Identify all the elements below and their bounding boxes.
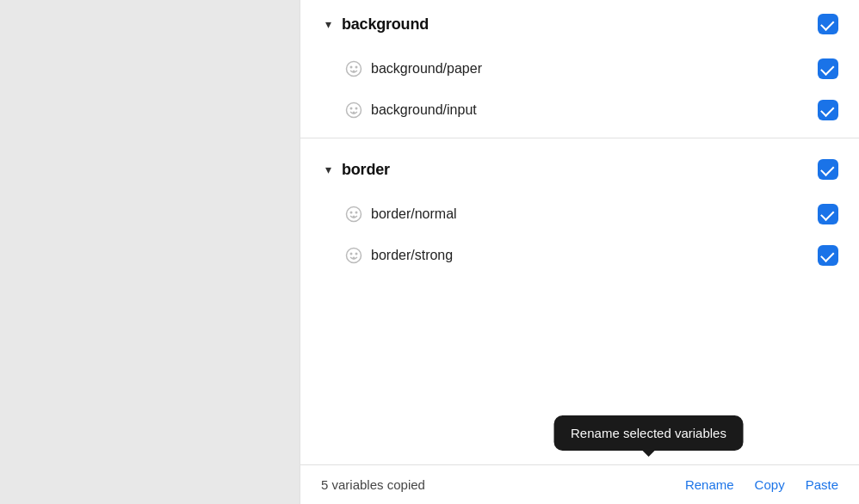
palette-icon [345, 101, 362, 119]
item-background-paper-checkbox[interactable] [818, 58, 838, 79]
group-background: ▾ background background/paper [300, 0, 859, 131]
group-background-header[interactable]: ▾ background [300, 0, 859, 48]
main-panel: ▾ background background/paper [300, 0, 859, 504]
svg-point-2 [355, 66, 358, 69]
svg-point-13 [350, 253, 353, 255]
svg-point-0 [347, 62, 362, 77]
palette-icon-3 [345, 206, 362, 223]
svg-point-10 [355, 212, 358, 214]
svg-point-8 [347, 207, 362, 222]
svg-point-4 [347, 103, 362, 118]
section-divider-1 [300, 138, 859, 138]
group-background-checkbox[interactable] [818, 14, 838, 34]
bottom-bar: Rename selected variables 5 variables co… [300, 464, 859, 504]
item-border-normal[interactable]: border/normal [300, 194, 859, 235]
svg-point-9 [350, 212, 353, 214]
item-background-input[interactable]: background/input [300, 89, 859, 131]
svg-point-14 [355, 253, 358, 255]
item-border-strong-label: border/strong [371, 248, 453, 263]
item-background-input-label: background/input [371, 102, 477, 118]
group-border-title: border [342, 161, 390, 179]
chevron-down-icon: ▾ [321, 17, 335, 31]
rename-button[interactable]: Rename [685, 477, 734, 492]
copy-button[interactable]: Copy [755, 477, 785, 492]
palette-icon [345, 60, 362, 77]
palette-icon-4 [345, 247, 362, 264]
content-area: ▾ background background/paper [300, 0, 859, 464]
item-border-normal-left: border/normal [345, 206, 457, 223]
svg-point-6 [355, 108, 358, 110]
item-border-strong[interactable]: border/strong [300, 235, 859, 276]
group-border-checkbox[interactable] [818, 159, 838, 180]
item-border-normal-label: border/normal [371, 206, 457, 222]
svg-point-12 [347, 249, 362, 263]
bottom-bar-actions: Rename Copy Paste [685, 477, 838, 492]
item-background-paper[interactable]: background/paper [300, 48, 859, 89]
group-background-header-left: ▾ background [321, 15, 429, 34]
paste-button[interactable]: Paste [806, 477, 838, 492]
group-border-header[interactable]: ▾ border [300, 145, 859, 194]
item-background-input-checkbox[interactable] [818, 100, 838, 120]
group-border: ▾ border border/normal [300, 145, 859, 276]
item-background-paper-label: background/paper [371, 61, 482, 77]
group-border-header-left: ▾ border [321, 161, 390, 179]
item-background-paper-left: background/paper [345, 60, 482, 77]
svg-point-5 [350, 108, 353, 110]
left-panel [0, 0, 300, 504]
chevron-down-icon-2: ▾ [321, 163, 335, 176]
svg-point-1 [350, 66, 353, 69]
tooltip-text: Rename selected variables [571, 426, 726, 440]
item-background-input-left: background/input [345, 101, 477, 119]
item-border-strong-left: border/strong [345, 247, 453, 264]
tooltip: Rename selected variables [553, 415, 744, 451]
status-text: 5 variables copied [321, 477, 425, 492]
item-border-strong-checkbox[interactable] [818, 245, 838, 266]
group-background-title: background [342, 15, 429, 34]
item-border-normal-checkbox[interactable] [818, 204, 838, 224]
tooltip-container: Rename selected variables [553, 415, 744, 451]
